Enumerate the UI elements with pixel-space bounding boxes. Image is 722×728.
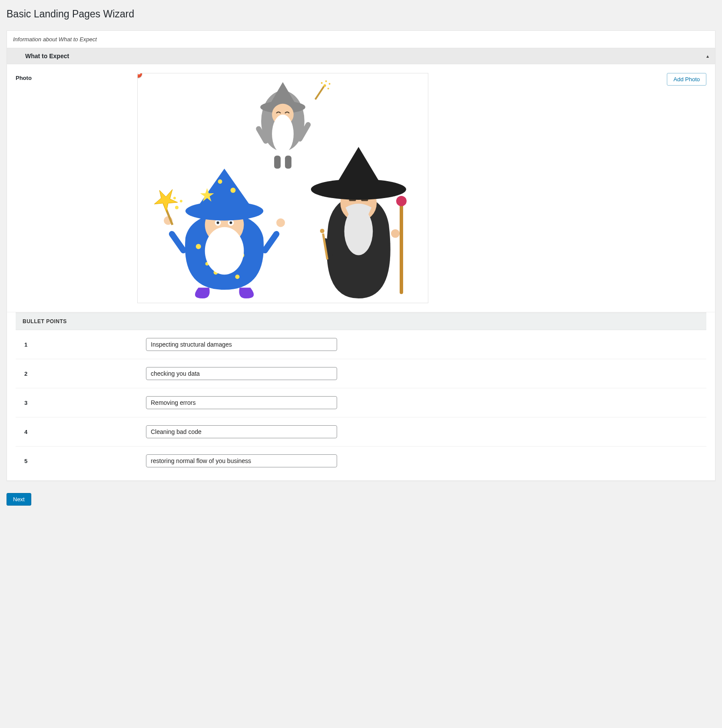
svg-point-29 xyxy=(218,179,222,184)
form-container: Information about What to Expect What to… xyxy=(7,30,715,481)
bullet-label-1: 1 xyxy=(24,341,146,348)
next-button[interactable]: Next xyxy=(7,493,31,506)
svg-point-7 xyxy=(324,84,326,87)
svg-point-8 xyxy=(328,88,329,89)
bullet-input-4[interactable] xyxy=(146,425,337,438)
svg-rect-13 xyxy=(285,156,291,169)
wizard-illustration xyxy=(138,73,428,303)
svg-rect-32 xyxy=(261,230,281,255)
svg-point-46 xyxy=(391,229,400,238)
svg-point-33 xyxy=(276,218,285,227)
svg-line-6 xyxy=(315,86,324,99)
bullet-row: 2 xyxy=(16,359,706,388)
bullet-input-3[interactable] xyxy=(146,396,337,409)
svg-point-43 xyxy=(311,179,406,200)
bullet-input-5[interactable] xyxy=(146,454,337,467)
bullet-label-2: 2 xyxy=(24,371,146,377)
svg-point-11 xyxy=(325,80,327,82)
svg-point-10 xyxy=(329,83,331,85)
section-header[interactable]: What to Expect ▲ xyxy=(7,48,715,64)
page-title: Basic Landing Pages Wizard xyxy=(0,4,722,22)
svg-point-3 xyxy=(272,115,294,154)
svg-rect-44 xyxy=(400,203,403,294)
svg-point-36 xyxy=(175,206,179,209)
svg-point-49 xyxy=(320,229,325,233)
svg-point-28 xyxy=(230,188,235,193)
svg-rect-30 xyxy=(168,230,188,255)
bullet-row: 5 xyxy=(16,447,706,480)
bullet-row: 3 xyxy=(16,388,706,417)
section-title: What to Expect xyxy=(25,53,69,60)
svg-point-42 xyxy=(344,208,373,255)
photo-label: Photo xyxy=(16,73,137,81)
form-description: Information about What to Expect xyxy=(7,31,715,48)
bullet-label-3: 3 xyxy=(24,400,146,406)
photo-field-row: Photo xyxy=(7,64,715,312)
svg-point-23 xyxy=(229,222,232,224)
bullet-row: 1 xyxy=(16,330,706,359)
svg-point-45 xyxy=(396,196,407,206)
svg-point-17 xyxy=(235,275,239,279)
svg-marker-35 xyxy=(154,189,178,212)
bullet-input-2[interactable] xyxy=(146,367,337,380)
svg-point-26 xyxy=(185,202,263,221)
svg-point-21 xyxy=(217,222,219,224)
svg-point-14 xyxy=(196,244,201,249)
photo-thumbnail[interactable] xyxy=(137,73,428,303)
add-photo-button[interactable]: Add Photo xyxy=(667,73,706,86)
svg-point-37 xyxy=(180,200,182,202)
collapse-icon[interactable]: ▲ xyxy=(705,54,710,59)
bullet-row: 4 xyxy=(16,417,706,447)
svg-point-38 xyxy=(173,197,176,199)
bullet-label-5: 5 xyxy=(24,458,146,464)
bullet-input-1[interactable] xyxy=(146,338,337,351)
bullet-label-4: 4 xyxy=(24,429,146,435)
svg-point-25 xyxy=(205,227,244,275)
bullet-points-header: BULLET POINTS xyxy=(16,313,706,330)
svg-rect-12 xyxy=(274,156,281,169)
svg-point-9 xyxy=(321,82,323,84)
